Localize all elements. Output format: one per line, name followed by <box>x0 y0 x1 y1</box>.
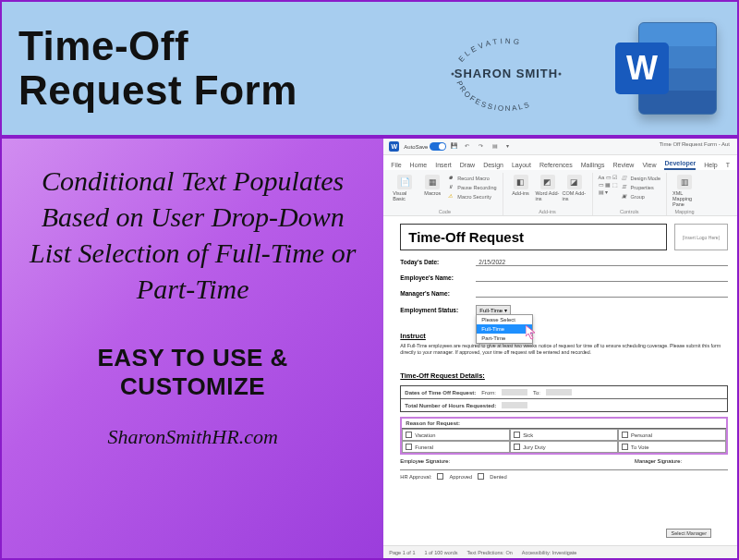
employee-input[interactable] <box>476 274 728 282</box>
xml-mapping-button[interactable]: ▥XML Mapping Pane <box>672 175 697 207</box>
dd-option-part-time[interactable]: Part-Time <box>477 334 532 343</box>
reason-vacation[interactable]: Vacation <box>402 429 510 441</box>
checkbox-icon[interactable] <box>478 473 484 480</box>
properties-button[interactable]: ☰Properties <box>622 184 660 191</box>
tab-view[interactable]: View <box>642 162 656 170</box>
ribbon-group-addins: ◧Add-ins ◩Word Add-ins ◪COM Add-ins Add-… <box>503 173 593 215</box>
document-canvas: Time-Off Request [Insert Logo Here] Toda… <box>383 216 737 481</box>
manager-signature-label: Manager Signature: <box>635 458 682 464</box>
reason-personal[interactable]: Personal <box>618 429 726 441</box>
ctrl-icon[interactable]: ▤ ▾ <box>599 189 618 195</box>
employee-label: Employee's Name: <box>400 274 476 281</box>
addins-button[interactable]: ◧Add-ins <box>509 175 533 201</box>
word-titlebar: W AutoSave 💾 ↶ ↷ ▤ ▾ Time Off Request Fo… <box>383 139 737 155</box>
checkbox-icon[interactable] <box>437 473 443 480</box>
from-label: From: <box>481 390 496 396</box>
word-addins-button[interactable]: ◩Word Add-ins <box>536 175 560 201</box>
hours-input[interactable] <box>502 402 527 408</box>
checkbox-icon[interactable] <box>406 432 412 438</box>
reason-heading: Reason for Request: <box>402 419 726 429</box>
word-letter-icon: W <box>615 43 669 94</box>
autosave-label: AutoSave <box>404 144 428 150</box>
macros-button[interactable]: ▦Macros <box>420 175 444 201</box>
reason-vote[interactable]: To Vote <box>618 441 726 453</box>
qat-icon[interactable]: ▤ <box>492 142 502 152</box>
hr-approval-label: HR Approval: <box>400 474 431 480</box>
ctrl-icon[interactable]: Aa ▭ ☑ <box>599 175 618 180</box>
tab-references[interactable]: References <box>539 162 573 170</box>
reason-box: Reason for Request: Vacation Sick Person… <box>400 417 728 455</box>
tab-design[interactable]: Design <box>483 162 503 170</box>
checkbox-icon[interactable] <box>622 444 628 450</box>
design-mode-button[interactable]: ◫Design Mode <box>622 175 660 182</box>
status-bar: Page 1 of 1 1 of 100 words Text Predicti… <box>383 545 737 558</box>
website-url: SharonSmithHR.com <box>107 425 277 449</box>
from-input[interactable] <box>502 389 527 396</box>
ribbon: 📄Visual Basic ▦Macros ⏺Record Macro ⏸Pau… <box>383 170 737 216</box>
tab-home[interactable]: Home <box>410 162 428 170</box>
checkbox-icon[interactable] <box>622 432 628 438</box>
tab-review[interactable]: Review <box>612 162 634 170</box>
callout-l1: EASY TO USE & <box>97 344 287 372</box>
ribbon-group-controls: Aa ▭ ☑ ▭ ▦ ⬚ ▤ ▾ ◫Design Mode ☰Propertie… <box>593 173 667 215</box>
denied-label: Denied <box>490 474 506 480</box>
svg-text:SHARON SMITH: SHARON SMITH <box>454 67 558 80</box>
visual-basic-button[interactable]: 📄Visual Basic <box>393 175 417 201</box>
date-value[interactable]: 2/15/2022 <box>476 258 728 266</box>
promo-title: Time-Off Request Form <box>18 24 297 114</box>
word-count[interactable]: 1 of 100 words <box>424 550 457 555</box>
instructions-text: All Full-Time employees are required to … <box>400 343 728 355</box>
toggle-switch-icon[interactable] <box>430 142 446 151</box>
group-label-controls: Controls <box>593 209 666 214</box>
details-table: Dates of Time Off Request: From: To: Tot… <box>400 385 728 412</box>
tab-mailings[interactable]: Mailings <box>581 162 605 170</box>
group-button[interactable]: ▣Group <box>622 193 660 201</box>
autosave-toggle[interactable]: AutoSave <box>404 142 446 151</box>
select-manager-dropdown[interactable]: Select Manager <box>666 529 711 538</box>
redo-icon[interactable]: ↷ <box>479 142 488 152</box>
title-line2: Request Form <box>18 68 297 113</box>
accessibility-status[interactable]: Accessibility: Investigate <box>522 550 577 555</box>
checkbox-icon[interactable] <box>514 432 520 438</box>
hours-label: Total Number of Hours Requested: <box>405 403 496 408</box>
tab-insert[interactable]: Insert <box>435 162 452 170</box>
undo-icon[interactable]: ↶ <box>465 142 474 152</box>
to-input[interactable] <box>546 389 572 396</box>
checkbox-icon[interactable] <box>406 444 412 450</box>
com-addins-button[interactable]: ◪COM Add-ins <box>563 175 587 201</box>
ctrl-icon[interactable]: ▭ ▦ ⬚ <box>599 182 618 188</box>
tab-draw[interactable]: Draw <box>460 162 475 170</box>
svg-point-4 <box>559 73 562 76</box>
tab-developer[interactable]: Developer <box>664 160 696 170</box>
tab-layout[interactable]: Layout <box>512 162 531 170</box>
tab-file[interactable]: File <box>391 162 401 170</box>
save-icon[interactable]: 💾 <box>451 142 460 152</box>
ribbon-tabs: File Home Insert Draw Design Layout Refe… <box>383 155 737 170</box>
promo-banner: Time-Off Request Form ELEVATING PROFESSI… <box>2 2 737 139</box>
word-small-icon: W <box>389 141 399 152</box>
svg-text:PROFESSIONALS: PROFESSIONALS <box>454 79 531 113</box>
pause-recording-button[interactable]: ⏸Pause Recording <box>448 184 496 191</box>
page-indicator[interactable]: Page 1 of 1 <box>389 550 415 555</box>
record-macro-button[interactable]: ⏺Record Macro <box>448 175 496 182</box>
group-label-mapping: Mapping <box>667 209 702 214</box>
instructions-heading: Instruct <box>400 332 728 340</box>
dd-option-please-select[interactable]: Please Select <box>477 315 532 324</box>
reason-jury[interactable]: Jury Duty <box>510 441 618 453</box>
checkbox-icon[interactable] <box>514 444 520 450</box>
logo-placeholder[interactable]: [Insert Logo Here] <box>674 224 728 250</box>
hr-approval-row: HR Approval: Approved Denied <box>400 473 728 480</box>
manager-input[interactable] <box>476 289 728 298</box>
brand-logo: ELEVATING PROFESSIONALS SHARON SMITH <box>437 30 575 117</box>
reason-sick[interactable]: Sick <box>510 429 618 441</box>
dd-option-full-time[interactable]: Full-Time <box>477 324 532 334</box>
tab-extra[interactable]: T <box>726 162 730 170</box>
text-predictions[interactable]: Text Predictions: On <box>467 550 513 555</box>
ribbon-group-mapping: ▥XML Mapping Pane Mapping <box>667 173 702 215</box>
tab-help[interactable]: Help <box>704 162 717 170</box>
qat-icon[interactable]: ▾ <box>506 142 515 152</box>
reason-funeral[interactable]: Funeral <box>402 441 510 453</box>
macro-security-button[interactable]: ⚠Macro Security <box>448 193 496 201</box>
title-line1: Time-Off <box>18 24 297 68</box>
to-label: To: <box>533 390 540 396</box>
